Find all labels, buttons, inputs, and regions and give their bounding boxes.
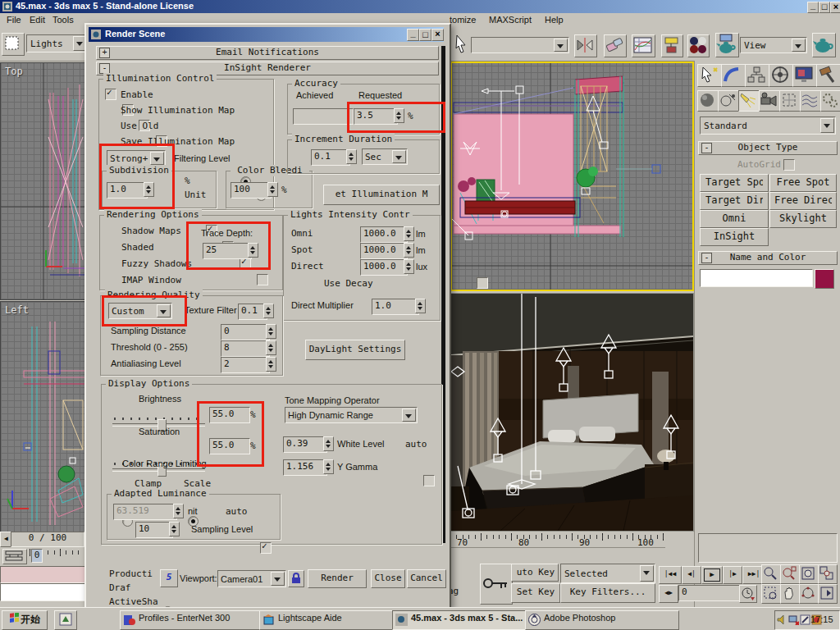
- menu-customize[interactable]: tomize: [450, 15, 476, 25]
- set-key-button[interactable]: Set Key: [511, 583, 560, 603]
- rollout-name-color-collapse-icon[interactable]: -: [701, 253, 712, 263]
- key-filters-button[interactable]: Key Filters...: [560, 583, 655, 603]
- material-editor-button[interactable]: [687, 34, 710, 57]
- tab-display[interactable]: [792, 64, 817, 87]
- min-max-toggle-button[interactable]: [818, 584, 838, 604]
- category-lights-button[interactable]: [738, 90, 760, 112]
- antialiasing-field[interactable]: 2: [221, 357, 270, 373]
- y-gamma-field[interactable]: 1.156: [283, 459, 327, 476]
- play-button[interactable]: ▶: [701, 566, 723, 584]
- threshold-field[interactable]: 8: [221, 340, 270, 357]
- previous-frame-button[interactable]: ◀|: [682, 566, 701, 584]
- window-minimize-button[interactable]: _: [807, 2, 819, 13]
- tone-mapping-dropdown[interactable]: High Dynamic Range: [285, 407, 418, 423]
- increment-unit-dropdown[interactable]: Sec: [362, 148, 408, 165]
- time-configuration-button[interactable]: [739, 585, 757, 603]
- pen-tray-icon[interactable]: [800, 614, 810, 625]
- enable-checkbox[interactable]: [105, 89, 116, 100]
- white-level-field[interactable]: 0.39: [283, 436, 327, 453]
- network-tray-icon[interactable]: [788, 614, 799, 625]
- email-expand-icon[interactable]: +: [99, 48, 110, 58]
- color-bleeding-field[interactable]: 100: [231, 182, 272, 199]
- target-spot-button[interactable]: Target Spot: [700, 174, 769, 192]
- white-level-spinner[interactable]: [323, 436, 334, 451]
- taskbar-item-lightscape[interactable]: Lightscape Aide: [259, 610, 412, 630]
- next-frame-button[interactable]: |▶: [723, 566, 742, 584]
- object-color-swatch[interactable]: [815, 269, 834, 289]
- menu-help[interactable]: Help: [545, 15, 564, 25]
- category-systems-button[interactable]: [820, 90, 840, 112]
- auto-key-button[interactable]: uto Key: [511, 564, 559, 582]
- viewport-dropdown[interactable]: Camera01: [217, 570, 286, 587]
- curve-editor-button[interactable]: [632, 34, 655, 57]
- viewport-active[interactable]: [450, 62, 694, 291]
- light-type-dropdown[interactable]: Standard: [700, 116, 836, 135]
- tone-mapping-arrow-icon[interactable]: [402, 409, 416, 422]
- mirror-button[interactable]: [574, 34, 597, 57]
- imap-window-checkbox[interactable]: [257, 274, 268, 285]
- menu-file[interactable]: File: [7, 15, 21, 25]
- viewport-left-label[interactable]: Left: [5, 304, 29, 316]
- sampling-level-spinner[interactable]: [169, 522, 180, 536]
- viewport-lock-button[interactable]: [288, 570, 304, 587]
- viewport-camera[interactable]: [450, 293, 694, 532]
- render-preset-button[interactable]: 5: [160, 569, 178, 587]
- reset-illumination-button[interactable]: et Illumination M: [323, 185, 440, 205]
- clock[interactable]: 17:15: [810, 614, 833, 624]
- dialog-maximize-button[interactable]: □: [419, 29, 431, 41]
- zoom-button[interactable]: [761, 564, 781, 584]
- subdivision-field[interactable]: 1.0: [107, 182, 148, 199]
- current-frame-field[interactable]: 0: [678, 585, 742, 601]
- rollout-collapse-icon[interactable]: -: [701, 143, 712, 153]
- trace-depth-spinner[interactable]: [248, 243, 258, 258]
- mini-track-ruler[interactable]: 0: [30, 549, 82, 563]
- trackbar-mode-button[interactable]: [2, 549, 27, 564]
- menu-maxscript[interactable]: MAXScript: [489, 15, 532, 25]
- pan-button[interactable]: [780, 584, 800, 604]
- quality-mode-arrow-icon[interactable]: [157, 304, 171, 317]
- skylight-button[interactable]: Skylight: [769, 210, 837, 228]
- render-button[interactable]: Render: [308, 569, 367, 588]
- sampling-distance-field[interactable]: 0: [221, 324, 270, 340]
- window-close-button[interactable]: ×: [830, 2, 840, 13]
- sampling-level-field[interactable]: 10: [135, 522, 173, 538]
- sampling-distance-spinner[interactable]: [266, 324, 276, 339]
- brightness-field[interactable]: 55.0: [209, 407, 250, 423]
- set-keys-button[interactable]: [480, 564, 513, 605]
- requested-field[interactable]: 3.5: [354, 108, 398, 125]
- time-slider-field[interactable]: 0 / 100: [11, 532, 84, 547]
- key-filter-set-dropdown[interactable]: Selected: [560, 564, 655, 583]
- viewport-top[interactable]: Top: [0, 62, 87, 300]
- taskbar-item-profiles[interactable]: Profiles - EnterNet 300: [120, 610, 279, 630]
- align-button[interactable]: [604, 34, 627, 57]
- antialiasing-spinner[interactable]: [266, 357, 276, 372]
- menu-edit[interactable]: Edit: [30, 15, 45, 25]
- taskbar-item-photoshop[interactable]: Adobe Photoshop: [525, 610, 679, 630]
- region-zoom-button[interactable]: [761, 584, 781, 604]
- key-mode-toggle-button[interactable]: ◀▶: [659, 585, 678, 603]
- tab-hierarchy[interactable]: [745, 64, 769, 87]
- rollout-name-color[interactable]: -Name and Color: [698, 251, 838, 265]
- zoom-extents-button[interactable]: [799, 564, 819, 584]
- start-button[interactable]: 开始: [2, 610, 48, 630]
- named-selection-sets-dropdown[interactable]: [471, 37, 569, 53]
- spot-intensity-field[interactable]: 1000.0: [360, 243, 408, 259]
- render-type-arrow-icon[interactable]: [792, 39, 806, 52]
- increment-unit-arrow-icon[interactable]: [392, 150, 406, 163]
- white-level-auto-checkbox[interactable]: [423, 475, 435, 486]
- viewport-arrow-icon[interactable]: [271, 572, 285, 586]
- y-gamma-spinner[interactable]: [323, 459, 334, 474]
- named-selection-arrow-icon[interactable]: [554, 39, 568, 52]
- taskbar-item-3dsmax[interactable]: 45.max - 3ds max 5 - Sta...: [392, 610, 545, 630]
- free-spot-button[interactable]: Free Spot: [769, 174, 837, 192]
- go-to-start-button[interactable]: |◀◀: [659, 566, 682, 584]
- quick-launch-button[interactable]: [54, 610, 77, 630]
- volume-tray-icon[interactable]: [777, 614, 788, 625]
- category-cameras-button[interactable]: [759, 90, 780, 112]
- target-direct-button[interactable]: Target Direct: [700, 192, 769, 210]
- quick-render-button[interactable]: [812, 33, 836, 57]
- schematic-view-button[interactable]: [661, 34, 683, 57]
- increment-spinner[interactable]: [346, 149, 357, 164]
- autogrid-checkbox[interactable]: [783, 159, 795, 171]
- category-geometry-button[interactable]: [697, 90, 719, 112]
